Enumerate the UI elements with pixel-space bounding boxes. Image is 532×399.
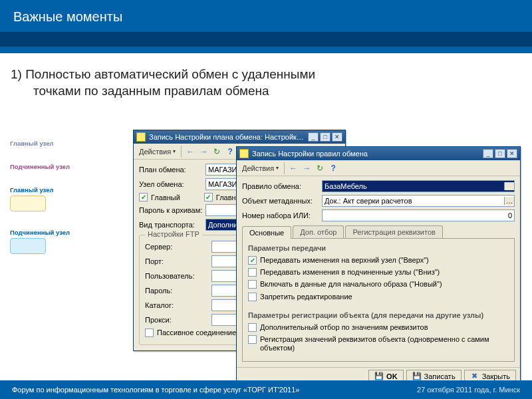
setnum-input[interactable]: 0 xyxy=(322,209,515,221)
minimize-button[interactable]: _ xyxy=(483,149,493,158)
footer-left: Форум по информационным технологиям в то… xyxy=(12,386,299,394)
params-reg-title: Параметры регистрации объекта (для перед… xyxy=(248,305,509,323)
meta-input[interactable]: Док.: Акт сверки расчетов xyxy=(322,195,515,207)
body-line1: 1) Полностью автоматический обмен с удал… xyxy=(11,67,315,81)
chk-down-label: Передавать изменения в подчиненные узлы … xyxy=(260,268,440,277)
rule-label: Правило обмена: xyxy=(242,182,322,190)
slide-title: Важные моменты xyxy=(13,9,519,25)
pwd-label: Пароль к архивам: xyxy=(139,206,205,214)
port-label: Порт: xyxy=(145,257,211,265)
close-label: Закрыть xyxy=(482,372,510,380)
setnum-label: Номер набора ИЛИ: xyxy=(242,211,322,219)
close-button[interactable]: ✕ xyxy=(332,132,342,142)
pass-label: Пароль: xyxy=(145,287,211,295)
forward-icon[interactable] xyxy=(198,146,209,158)
user-label: Пользователь: xyxy=(145,272,211,280)
back-icon[interactable] xyxy=(184,146,196,158)
app-icon xyxy=(136,132,146,142)
chk-reg-props-label: Регистрация значений реквизитов объекта … xyxy=(260,335,509,352)
main-checkbox[interactable] xyxy=(139,193,148,201)
chk-down[interactable] xyxy=(248,268,257,277)
window-title: Запись Настройки правил обмена xyxy=(252,150,481,158)
transport-label: Вид транспорта: xyxy=(139,221,205,229)
ok-label: OK xyxy=(386,372,398,380)
chk-lock[interactable] xyxy=(248,293,257,301)
diag-box-yellow xyxy=(10,196,46,211)
diag-node-sub2: Подчиненный узел xyxy=(10,229,143,236)
back-icon[interactable] xyxy=(287,162,299,174)
titlebar[interactable]: Запись Настройки правил обмена _ □ ✕ xyxy=(237,147,520,160)
chk-lock-label: Запретить редактирование xyxy=(260,293,352,301)
slide-footer: Форум по информационным технологиям в то… xyxy=(0,380,532,399)
meta-label: Объект метаданных: xyxy=(242,197,322,205)
save-label: Записать xyxy=(424,372,456,380)
footer-right: 27 октября 2011 года, г. Минск xyxy=(417,386,520,394)
help-icon[interactable] xyxy=(224,146,236,158)
tab-main-body: Параметры передачи Передавать изменения … xyxy=(242,239,515,362)
diag-node-main: Главный узел xyxy=(10,140,143,147)
catalog-label: Каталог: xyxy=(145,301,211,309)
node-label: Узел обмена: xyxy=(139,180,205,188)
chk-new[interactable] xyxy=(248,280,257,289)
chk-up-label: Передавать изменения на верхний узел ("В… xyxy=(260,256,429,265)
titlebar[interactable]: Запись Настройки плана обмена: Настройки… xyxy=(134,130,345,144)
tab-main[interactable]: Основные xyxy=(242,226,291,239)
chk-extra-filter[interactable] xyxy=(248,323,257,332)
rule-input[interactable]: БазаМебель xyxy=(322,180,515,192)
save-icon xyxy=(412,372,422,381)
maximize-button[interactable]: □ xyxy=(320,132,331,142)
main-label: Главный xyxy=(151,194,180,201)
slide-body: 1) Полностью автоматический обмен с удал… xyxy=(11,66,521,99)
chk-new-label: Включать в данные для начального образа … xyxy=(260,280,442,289)
save-ok-icon xyxy=(374,372,384,381)
forward-icon[interactable] xyxy=(301,162,313,174)
chk-extra-filter-label: Дополнительный отбор по значениям реквиз… xyxy=(260,323,428,332)
maximize-button[interactable]: □ xyxy=(495,149,505,158)
tab-extra-filter[interactable]: Доп. отбор xyxy=(293,225,344,238)
tab-reg-props[interactable]: Регистрация реквизитов xyxy=(345,225,442,238)
proxy-label: Прокси: xyxy=(145,316,211,324)
close-button[interactable]: ✕ xyxy=(507,149,517,158)
refresh-icon[interactable] xyxy=(314,162,326,174)
header-divider xyxy=(0,32,532,47)
ftp-group-title: Настройки FTP xyxy=(145,230,202,238)
tabs: Основные Доп. отбор Регистрация реквизит… xyxy=(242,225,515,239)
minimize-button[interactable]: _ xyxy=(308,132,319,142)
close-icon xyxy=(470,372,479,381)
actions-menu[interactable]: Действия xyxy=(136,146,178,157)
toolbar: Действия xyxy=(237,160,520,176)
server-label: Сервер: xyxy=(145,243,211,251)
main-checkbox2[interactable] xyxy=(204,193,213,201)
actions-menu[interactable]: Действия xyxy=(239,163,281,174)
passive-checkbox[interactable] xyxy=(145,329,154,337)
chk-reg-props[interactable] xyxy=(248,335,257,344)
body-line2: точками по заданным правилам обмена xyxy=(11,83,521,100)
refresh-icon[interactable] xyxy=(211,146,223,158)
diag-box-cyan xyxy=(10,238,46,254)
window-exchange-rules: Запись Настройки правил обмена _ □ ✕ Дей… xyxy=(236,146,521,385)
diag-node-sub: Подчиненный узел xyxy=(10,163,143,170)
node-diagram: Главный узел Подчиненный узел Главный уз… xyxy=(10,140,143,271)
window-title: Запись Настройки плана обмена: Настройки… xyxy=(149,133,307,141)
diag-node-main2: Главный узел xyxy=(10,186,143,194)
params-send-title: Параметры передачи xyxy=(248,244,509,256)
app-icon xyxy=(239,149,249,158)
help-icon[interactable] xyxy=(327,162,339,174)
chk-up[interactable] xyxy=(248,256,257,265)
plan-label: План обмена: xyxy=(139,166,205,174)
passive-label: Пассивное соединение xyxy=(157,329,236,337)
